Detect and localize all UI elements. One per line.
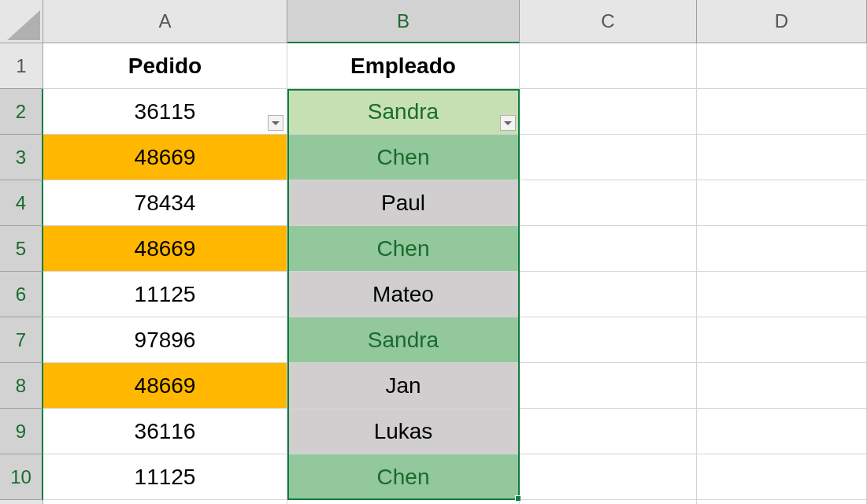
cell-value: Sandra [368,99,439,124]
select-all-corner[interactable] [0,0,43,43]
cell-A11[interactable] [43,500,287,504]
cell-A4[interactable]: 78434 [43,180,287,226]
cell-C11[interactable] [520,500,697,504]
cell-D4[interactable] [697,180,867,226]
cell-D5[interactable] [697,226,867,272]
row-header-3[interactable]: 3 [0,135,43,180]
cell-A7[interactable]: 97896 [43,317,287,363]
cell-B8[interactable]: Jan [287,363,520,409]
cell-A3[interactable]: 48669 [43,135,287,180]
cell-C1[interactable] [520,43,697,89]
row-header-6[interactable]: 6 [0,272,43,317]
col-header-D[interactable]: D [697,0,867,43]
cell-D6[interactable] [697,272,867,317]
cell-value: 36115 [135,99,196,124]
cell-D1[interactable] [697,43,867,89]
col-header-B[interactable]: B [287,0,520,43]
cell-B7[interactable]: Sandra [287,317,520,363]
row-header-11[interactable]: 11 [0,500,43,504]
row-header-8[interactable]: 8 [0,363,43,409]
cell-B3[interactable]: Chen [287,135,520,180]
cell-C5[interactable] [520,226,697,272]
cell-C7[interactable] [520,317,697,363]
cell-D10[interactable] [697,454,867,500]
filter-dropdown-icon[interactable] [500,115,516,131]
cell-C2[interactable] [520,89,697,135]
cell-B6[interactable]: Mateo [287,272,520,317]
row-header-7[interactable]: 7 [0,317,43,363]
cell-C4[interactable] [520,180,697,226]
row-header-10[interactable]: 10 [0,454,43,500]
spreadsheet-grid[interactable]: A B C D 1 Pedido Empleado 2 36115 Sandra… [0,0,867,504]
cell-A2[interactable]: 36115 [43,89,287,135]
cell-D3[interactable] [697,135,867,180]
cell-A6[interactable]: 11125 [43,272,287,317]
cell-A8[interactable]: 48669 [43,363,287,409]
cell-B9[interactable]: Lukas [287,409,520,454]
cell-B10[interactable]: Chen [287,454,520,500]
row-header-9[interactable]: 9 [0,409,43,454]
cell-C3[interactable] [520,135,697,180]
row-header-5[interactable]: 5 [0,226,43,272]
cell-D8[interactable] [697,363,867,409]
row-header-4[interactable]: 4 [0,180,43,226]
col-header-A[interactable]: A [43,0,287,43]
cell-A5[interactable]: 48669 [43,226,287,272]
cell-C8[interactable] [520,363,697,409]
cell-A9[interactable]: 36116 [43,409,287,454]
col-header-C[interactable]: C [520,0,697,43]
cell-D2[interactable] [697,89,867,135]
cell-D9[interactable] [697,409,867,454]
cell-C10[interactable] [520,454,697,500]
row-header-1[interactable]: 1 [0,43,43,89]
cell-D11[interactable] [697,500,867,504]
cell-B4[interactable]: Paul [287,180,520,226]
cell-B11[interactable] [287,500,520,504]
filter-dropdown-icon[interactable] [268,115,283,131]
row-header-2[interactable]: 2 [0,89,43,135]
cell-C6[interactable] [520,272,697,317]
cell-B1[interactable]: Empleado [287,43,520,89]
cell-B2[interactable]: Sandra [287,89,520,135]
cell-B5[interactable]: Chen [287,226,520,272]
cell-A1[interactable]: Pedido [43,43,287,89]
cell-A10[interactable]: 11125 [43,454,287,500]
cell-D7[interactable] [697,317,867,363]
cell-C9[interactable] [520,409,697,454]
